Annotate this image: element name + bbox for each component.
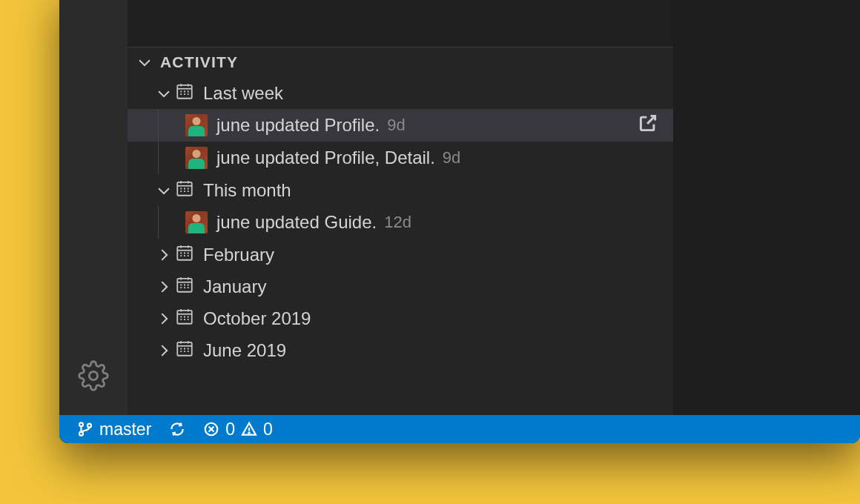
- svg-point-7: [79, 422, 83, 426]
- activity-item[interactable]: june updated Profile.9d: [128, 109, 673, 142]
- svg-point-0: [89, 371, 97, 379]
- activity-group[interactable]: October 2019: [128, 302, 673, 334]
- editor-placeholder: [128, 0, 673, 47]
- warning-icon: [241, 421, 257, 437]
- activity-group[interactable]: February: [128, 239, 673, 271]
- statusbar: master 0 0: [59, 415, 860, 443]
- error-count: 0: [225, 420, 235, 440]
- activity-item-text: june updated Profile, Detail.: [216, 147, 435, 168]
- activity-group[interactable]: January: [128, 271, 673, 302]
- activity-item-ago: 9d: [443, 148, 460, 168]
- activity-section-header[interactable]: Activity: [128, 47, 673, 77]
- chevron-right-icon: [153, 279, 175, 295]
- gear-icon: [78, 360, 109, 391]
- activity-item-text: june updated Profile.: [216, 115, 380, 136]
- chevron-right-icon: [153, 342, 175, 359]
- chevron-down-icon: [136, 54, 153, 70]
- activity-item-ago: 12d: [384, 213, 411, 232]
- avatar: [185, 211, 208, 233]
- activity-group-label: February: [203, 245, 274, 265]
- error-icon: [203, 421, 219, 437]
- calendar-icon: [175, 275, 194, 299]
- calendar-icon: [175, 179, 194, 202]
- activity-item[interactable]: june updated Guide.12d: [128, 206, 673, 239]
- svg-point-9: [87, 424, 91, 428]
- activity-group-label: Last week: [203, 83, 283, 104]
- activity-item-text: june updated Guide.: [216, 212, 377, 233]
- upper-region: Activity Last weekjune updated Profile.9…: [59, 0, 860, 415]
- activity-group[interactable]: This month: [128, 174, 673, 206]
- git-branch-name: master: [99, 420, 151, 440]
- avatar: [185, 114, 208, 136]
- avatar: [185, 147, 208, 169]
- chevron-right-icon: [153, 247, 175, 263]
- activity-group[interactable]: Last week: [128, 77, 673, 109]
- settings-button[interactable]: [78, 360, 109, 394]
- activity-bar: [59, 0, 128, 415]
- activity-group-label: This month: [203, 180, 291, 201]
- chevron-down-icon: [153, 182, 175, 199]
- git-branch-icon: [77, 421, 93, 437]
- activity-group-label: June 2019: [203, 340, 286, 361]
- sync-icon: [169, 421, 185, 437]
- activity-group-label: January: [203, 276, 266, 297]
- git-branch-button[interactable]: master: [71, 420, 157, 440]
- calendar-icon: [175, 82, 194, 105]
- calendar-icon: [175, 243, 194, 267]
- activity-group[interactable]: June 2019: [128, 334, 673, 366]
- calendar-icon: [175, 339, 194, 362]
- activity-item[interactable]: june updated Profile, Detail.9d: [128, 142, 673, 174]
- activity-item-ago: 9d: [387, 116, 405, 135]
- warning-count: 0: [263, 420, 273, 440]
- activity-section-title: Activity: [160, 53, 238, 71]
- activity-group-label: October 2019: [203, 308, 311, 329]
- problems-button[interactable]: 0 0: [197, 420, 279, 440]
- sync-button[interactable]: [163, 421, 191, 437]
- activity-tree: Last weekjune updated Profile.9djune upd…: [128, 77, 673, 415]
- svg-point-11: [248, 432, 249, 433]
- chevron-down-icon: [153, 85, 175, 102]
- calendar-icon: [175, 307, 194, 331]
- open-link-button[interactable]: [638, 113, 673, 138]
- editor-window: Activity Last weekjune updated Profile.9…: [59, 0, 860, 443]
- sidebar: Activity Last weekjune updated Profile.9…: [128, 0, 673, 415]
- editor-area: [673, 0, 860, 415]
- chevron-right-icon: [153, 311, 175, 327]
- svg-point-8: [79, 432, 83, 436]
